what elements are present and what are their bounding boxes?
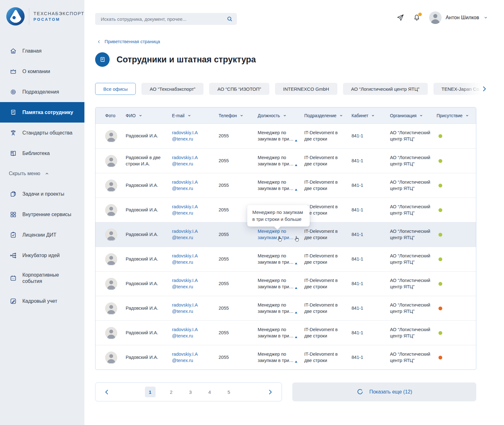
sort-chevron-icon[interactable] — [371, 113, 375, 118]
employee-email-link[interactable]: radovskiy.I.A@tenex.ru — [172, 278, 219, 290]
expand-position-icon[interactable] — [295, 164, 297, 166]
search-button[interactable] — [222, 13, 237, 25]
sidebar-item-licenses[interactable]: Лицензии ДИТ — [0, 225, 84, 245]
pagination-prev-button[interactable] — [104, 389, 110, 395]
employee-email-link[interactable]: radovskiy.I.A@tenex.ru — [172, 179, 219, 192]
page-button-3[interactable]: 3 — [187, 389, 194, 395]
employee-position[interactable]: Менеджер по закупкам в три… — [258, 302, 304, 314]
employee-photo[interactable] — [105, 130, 126, 142]
column-header-position[interactable]: Должность — [258, 113, 304, 118]
employee-position[interactable]: Менеджер по закупкам в три… — [258, 327, 304, 339]
expand-position-icon[interactable] — [295, 189, 297, 191]
employee-position[interactable]: Менеджер по закупкам в три… — [258, 253, 304, 265]
sidebar-item-services[interactable]: Внутренние сервисы — [0, 204, 84, 225]
expand-position-icon[interactable] — [295, 336, 297, 338]
employee-photo[interactable] — [105, 327, 126, 339]
employee-photo[interactable] — [105, 253, 126, 265]
page-button-4[interactable]: 4 — [206, 389, 213, 395]
notifications-button[interactable] — [413, 14, 421, 22]
sidebar-item-about[interactable]: О компании — [0, 61, 84, 82]
employee-email-link[interactable]: radovskiy.I.A@tenex.ru — [172, 327, 219, 339]
sort-chevron-icon[interactable] — [187, 113, 192, 118]
table-row[interactable]: Радовский И.А.radovskiy.I.A@tenex.ru2055… — [95, 320, 476, 345]
filter-chip-0[interactable]: Все офисы — [95, 83, 136, 95]
company-icon — [9, 68, 17, 75]
sort-chevron-icon[interactable] — [339, 113, 343, 118]
expand-position-icon[interactable] — [295, 262, 297, 264]
employee-email-link[interactable]: radovskiy.I.A@tenex.ru — [172, 130, 219, 142]
column-header-fio[interactable]: ФИО — [126, 113, 172, 118]
table-row[interactable]: Радовский И.А.radovskiy.I.A@tenex.ru2055… — [95, 345, 476, 370]
filter-chip-4[interactable]: АО “Логистический центр ЯТЦ” — [343, 83, 428, 95]
column-header-org[interactable]: Организация — [390, 113, 437, 118]
employee-email-link[interactable]: radovskiy.I.A@tenex.ru — [172, 228, 219, 241]
filter-chip-3[interactable]: INTERNEXCO GmbH — [275, 83, 337, 95]
employee-position[interactable]: Менеджер по закупкам в три… — [258, 130, 304, 142]
column-header-dept[interactable]: Подразделение — [304, 113, 352, 118]
employee-photo[interactable] — [105, 278, 126, 290]
expand-position-icon[interactable] — [295, 287, 297, 289]
filter-chip-1[interactable]: АО “Техснабэкспорт” — [141, 83, 203, 95]
collapse-menu-button[interactable]: Скрыть меню — [0, 164, 84, 184]
sort-chevron-icon[interactable] — [283, 113, 287, 118]
filter-chip-5[interactable]: TENEX-Japan Co. — [433, 83, 488, 95]
column-header-email[interactable]: E-mail — [172, 113, 219, 118]
employee-email-link[interactable]: radovskiy.I.A@tenex.ru — [172, 155, 219, 167]
sort-chevron-icon[interactable] — [138, 113, 143, 118]
expand-position-icon[interactable] — [295, 312, 297, 313]
table-row[interactable]: Радовский И.А.radovskiy.I.A@tenex.ru2055… — [95, 271, 476, 296]
logo[interactable]: ТЕХСНАБЭКСПОРТ РОСАТОМ — [0, 0, 84, 26]
pagination-next-button[interactable] — [267, 389, 273, 395]
column-label: Присутствие — [437, 113, 462, 118]
column-header-room[interactable]: Кабинет — [352, 113, 390, 118]
table-row[interactable]: Радовский в две строки И.А.radovskiy.I.A… — [95, 148, 476, 173]
page-button-5[interactable]: 5 — [226, 389, 232, 395]
sidebar-item-memo[interactable]: Памятка сотруднику — [0, 102, 84, 123]
page-button-1[interactable]: 1 — [145, 387, 156, 397]
employee-photo[interactable] — [105, 155, 126, 167]
sidebar-item-departments[interactable]: Подразделения — [0, 82, 84, 102]
sidebar-item-hr[interactable]: Кадровый учет — [0, 291, 84, 311]
sidebar-item-tasks[interactable]: Задачи и проекты — [0, 184, 84, 204]
employee-photo[interactable] — [105, 229, 126, 241]
user-menu[interactable]: Антон Шилков — [429, 11, 488, 24]
expand-position-icon[interactable] — [295, 140, 297, 141]
search-input[interactable] — [95, 16, 222, 22]
sort-chevron-icon[interactable] — [419, 113, 423, 118]
employee-department: IT-Delevoment в две строки — [304, 130, 352, 142]
sidebar-item-library[interactable]: Библиотека — [0, 143, 84, 164]
table-row[interactable]: Радовский И.А.radovskiy.I.A@tenex.ru2055… — [95, 124, 476, 148]
employee-position[interactable]: Менеджер по закупкам в три… — [258, 278, 304, 290]
sidebar-item-home[interactable]: Главная — [0, 41, 84, 61]
employee-photo[interactable] — [105, 180, 126, 192]
employee-email-link[interactable]: radovskiy.I.A@tenex.ru — [172, 302, 219, 314]
employee-name: Радовский И.А. — [126, 330, 172, 336]
page-button-2[interactable]: 2 — [168, 389, 175, 395]
employee-position[interactable]: Менеджер по закупкам в три… — [258, 155, 304, 167]
sort-chevron-icon[interactable] — [465, 113, 469, 118]
column-header-presence[interactable]: Присутствие — [437, 113, 476, 118]
employee-email-link[interactable]: radovskiy.I.A@tenex.ru — [172, 253, 219, 265]
table-row[interactable]: Радовский И.А.radovskiy.I.A@tenex.ru2055… — [95, 247, 476, 271]
breadcrumb[interactable]: Приветственная страница — [97, 39, 160, 44]
employee-position[interactable]: Менеджер по закупкам в три… — [258, 179, 304, 192]
column-header-phone[interactable]: Телефон — [219, 113, 258, 118]
show-more-button[interactable]: Показать еще (12) — [292, 382, 476, 401]
sidebar-item-events[interactable]: Корпоративные события — [0, 266, 84, 291]
chips-scroll-right-button[interactable] — [481, 85, 488, 92]
table-row[interactable]: Радовский И.А.radovskiy.I.A@tenex.ru2055… — [95, 296, 476, 320]
employee-photo[interactable] — [105, 352, 126, 364]
expand-position-icon[interactable] — [295, 361, 297, 363]
filter-chip-2[interactable]: АО “СПБ “ИЗОТОП” — [209, 83, 269, 95]
table-row[interactable]: Радовский И.А.radovskiy.I.A@tenex.ru2055… — [95, 173, 476, 198]
sidebar-item-incubator[interactable]: Инкубатор идей — [0, 245, 84, 266]
employee-position[interactable]: Менеджер по закупкам в три… — [258, 351, 304, 364]
employee-email-link[interactable]: radovskiy.I.A@tenex.ru — [172, 351, 219, 364]
employee-email-link[interactable]: radovskiy.I.A@tenex.ru — [172, 204, 219, 216]
sidebar-item-standards[interactable]: Стандарты общества — [0, 123, 84, 143]
employee-photo[interactable] — [105, 302, 126, 314]
sort-chevron-icon[interactable] — [239, 113, 244, 118]
send-message-button[interactable] — [396, 14, 404, 22]
employee-photo[interactable] — [105, 204, 126, 216]
employee-organization: АО “Логистический центр ЯТЦ” — [390, 130, 437, 142]
